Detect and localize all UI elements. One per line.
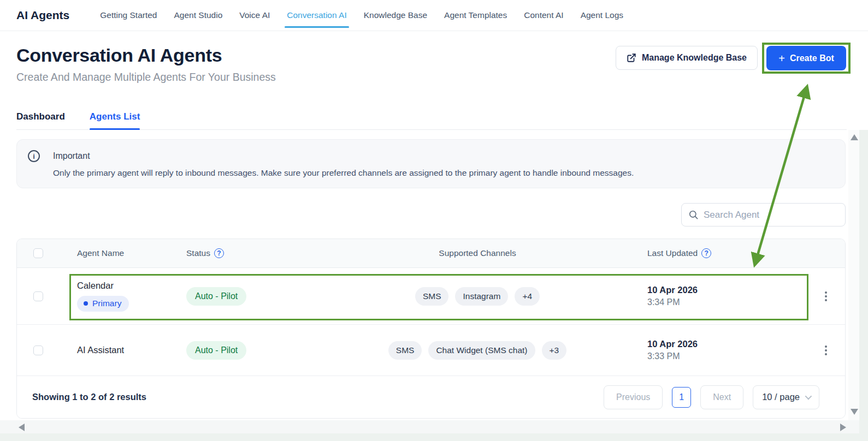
tab-agents-list[interactable]: Agents List — [90, 104, 140, 129]
manage-knowledge-base-button[interactable]: Manage Knowledge Base — [616, 46, 758, 70]
page-subtitle: Create And Manage Multiple Agents For Yo… — [16, 71, 276, 84]
vertical-scrollbar[interactable] — [848, 130, 859, 420]
column-header-last-updated: Last Updated ? — [627, 248, 807, 258]
updated-date: 10 Apr 2026 — [647, 339, 807, 349]
nav-tab-agent-studio[interactable]: Agent Studio — [174, 0, 223, 31]
external-link-icon — [627, 53, 636, 63]
status-badge: Auto - Pilot — [186, 341, 246, 360]
nav-tab-agent-logs[interactable]: Agent Logs — [581, 0, 623, 31]
page-size-select[interactable]: 10 / page — [753, 385, 819, 409]
channel-pill: SMS — [415, 287, 449, 306]
pagination: Previous 1 Next 10 / page — [604, 385, 819, 409]
nav-tab-agent-templates[interactable]: Agent Templates — [444, 0, 507, 31]
next-page-button[interactable]: Next — [700, 385, 743, 409]
agents-table: Agent Name Status ? Supported Channels L… — [16, 239, 846, 419]
nav-tab-voice-ai[interactable]: Voice AI — [239, 0, 270, 31]
table-footer: Showing 1 to 2 of 2 results Previous 1 N… — [17, 376, 845, 418]
horizontal-scrollbar[interactable] — [0, 420, 859, 433]
channels-cell: SMS Chat Widget (SMS chat) +3 — [328, 341, 627, 360]
plus-icon: + — [778, 53, 785, 64]
important-notice-banner: i Important Only the primary agent will … — [16, 139, 846, 188]
primary-badge: Primary — [77, 296, 129, 312]
primary-dot-icon — [84, 301, 88, 306]
channel-pill-more: +3 — [542, 341, 567, 360]
top-nav: AI Agents Getting Started Agent Studio V… — [0, 0, 868, 31]
notice-title: Important — [53, 151, 90, 161]
create-bot-button[interactable]: + Create Bot — [766, 46, 846, 70]
row-checkbox[interactable] — [33, 345, 43, 355]
page-size-label: 10 / page — [762, 392, 800, 402]
scroll-left-button[interactable] — [19, 424, 25, 431]
table-row-ai-assistant[interactable]: AI Assistant Auto - Pilot SMS Chat Widge… — [17, 325, 845, 376]
status-header-label: Status — [186, 248, 210, 258]
scroll-up-button[interactable] — [851, 134, 858, 140]
sub-tabs: Dashboard Agents List — [16, 104, 847, 130]
updated-time: 3:34 PM — [647, 297, 807, 307]
status-badge: Auto - Pilot — [186, 287, 246, 306]
content-viewport: i Important Only the primary agent will … — [0, 130, 848, 420]
scroll-down-button[interactable] — [851, 409, 858, 415]
page-header: Conversation AI Agents Create And Manage… — [0, 31, 868, 104]
page-title: Conversation AI Agents — [16, 45, 222, 66]
top-nav-items: Getting Started Agent Studio Voice AI Co… — [100, 0, 623, 31]
nav-tab-content-ai[interactable]: Content AI — [524, 0, 563, 31]
updated-time: 3:33 PM — [647, 351, 807, 361]
page-1-button[interactable]: 1 — [672, 387, 691, 408]
channels-cell: SMS Instagram +4 — [328, 287, 627, 306]
app-title: AI Agents — [16, 9, 69, 22]
search-agent-input[interactable] — [704, 210, 839, 221]
updated-date: 10 Apr 2026 — [647, 285, 807, 295]
table-header-row: Agent Name Status ? Supported Channels L… — [17, 239, 845, 268]
row-checkbox[interactable] — [33, 291, 43, 301]
row-menu-button[interactable] — [822, 288, 830, 305]
nav-tab-getting-started[interactable]: Getting Started — [100, 0, 157, 31]
select-all-checkbox[interactable] — [33, 248, 43, 258]
nav-tab-knowledge-base[interactable]: Knowledge Base — [364, 0, 427, 31]
search-agent-box[interactable] — [681, 203, 846, 227]
last-updated-cell: 10 Apr 2026 3:33 PM — [627, 339, 807, 361]
search-icon — [688, 210, 699, 220]
table-row-calendar[interactable]: Calendar Primary Auto - Pilot SMS Instag… — [17, 268, 845, 325]
agent-name: AI Assistant — [77, 345, 124, 355]
channel-pill: Chat Widget (SMS chat) — [428, 341, 535, 360]
column-header-status: Status ? — [186, 248, 328, 258]
column-header-supported-channels: Supported Channels — [328, 248, 627, 258]
scroll-right-button[interactable] — [840, 424, 846, 431]
notice-body: Only the primary agent will reply to inb… — [53, 168, 834, 178]
channel-pill: Instagram — [455, 287, 508, 306]
results-summary: Showing 1 to 2 of 2 results — [32, 392, 146, 402]
column-header-agent-name: Agent Name — [61, 248, 186, 258]
create-bot-label: Create Bot — [790, 53, 834, 63]
last-updated-header-label: Last Updated — [647, 248, 698, 258]
nav-tab-conversation-ai[interactable]: Conversation AI — [287, 0, 346, 31]
agent-name: Calendar — [77, 281, 114, 291]
chevron-down-icon — [805, 393, 812, 400]
last-updated-help-icon[interactable]: ? — [701, 248, 711, 258]
last-updated-cell: 10 Apr 2026 3:34 PM — [627, 285, 807, 307]
row-menu-button[interactable] — [822, 342, 830, 359]
previous-page-button[interactable]: Previous — [604, 385, 663, 409]
channel-pill: SMS — [388, 341, 422, 360]
tab-dashboard[interactable]: Dashboard — [16, 104, 65, 129]
manage-knowledge-base-label: Manage Knowledge Base — [642, 53, 747, 63]
channel-pill-more: +4 — [515, 287, 540, 306]
primary-badge-label: Primary — [92, 299, 121, 308]
info-icon: i — [28, 150, 40, 162]
status-help-icon[interactable]: ? — [214, 248, 224, 258]
